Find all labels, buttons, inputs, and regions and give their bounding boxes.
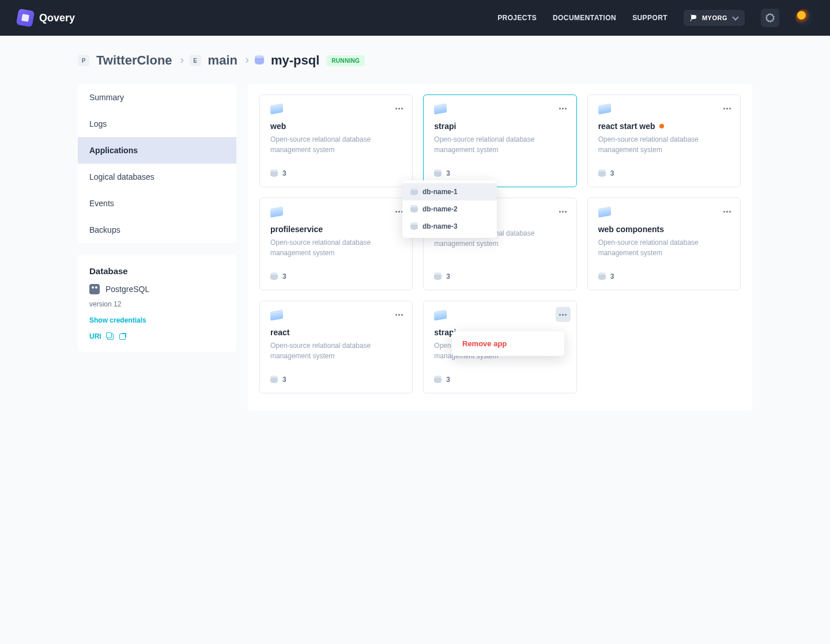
org-name: MYORG xyxy=(702,14,727,21)
chevron-right-icon xyxy=(178,58,183,63)
db-option-label: db-name-3 xyxy=(422,222,458,230)
header-nav: PROJECTS DOCUMENTATION SUPPORT MYORG xyxy=(497,9,813,27)
crumb-project[interactable]: TwitterClone xyxy=(96,53,172,68)
remove-app-action[interactable]: Remove app xyxy=(462,339,554,348)
more-icon xyxy=(559,314,567,316)
status-badge: RUNNING xyxy=(326,55,365,66)
status-dot xyxy=(659,124,664,128)
app-card[interactable]: react start web Open-source relational d… xyxy=(587,94,741,187)
env-badge: E xyxy=(190,55,201,66)
sidebar-item-applications[interactable]: Applications xyxy=(78,137,236,164)
crumb-db[interactable]: my-psql xyxy=(271,53,319,68)
db-count: 3 xyxy=(446,169,450,177)
copy-icon[interactable] xyxy=(107,334,114,340)
sidebar-item-logs[interactable]: Logs xyxy=(78,111,236,137)
uri-label: URI xyxy=(89,332,101,340)
app-name: profileservice xyxy=(270,225,323,234)
db-count: 3 xyxy=(282,376,286,384)
db-option[interactable]: db-name-1 xyxy=(402,183,497,200)
app-card[interactable]: react Open-source relational database ma… xyxy=(259,301,413,393)
flag-icon xyxy=(691,14,696,21)
card-more-button[interactable] xyxy=(556,204,571,219)
app-desc: Open-source relational database manageme… xyxy=(270,340,402,361)
app-icon xyxy=(598,206,611,218)
app-desc: Open-source relational database manageme… xyxy=(434,134,565,155)
more-icon xyxy=(395,211,403,213)
app-name: react start web xyxy=(598,122,655,131)
app-card[interactable]: profileservice Open-source relational da… xyxy=(259,198,413,290)
database-icon xyxy=(255,56,264,65)
more-icon xyxy=(559,108,567,109)
app-card[interactable]: strapi Open-source relational database m… xyxy=(423,94,576,187)
chevron-down-icon xyxy=(732,14,738,20)
user-avatar[interactable] xyxy=(795,9,813,26)
db-count-icon xyxy=(270,377,278,383)
sidebar-item-summary[interactable]: Summary xyxy=(78,84,236,111)
top-header: Qovery PROJECTS DOCUMENTATION SUPPORT MY… xyxy=(0,0,830,36)
app-icon xyxy=(598,103,611,115)
db-count: 3 xyxy=(446,376,450,384)
crumb-env[interactable]: main xyxy=(208,53,237,68)
card-more-button[interactable] xyxy=(391,101,406,116)
database-panel: Database PostgreSQL version 12 Show cred… xyxy=(78,255,236,352)
db-count-icon xyxy=(270,171,278,177)
card-more-button[interactable] xyxy=(556,307,571,322)
nav-projects[interactable]: PROJECTS xyxy=(497,14,537,22)
postgresql-icon xyxy=(89,284,100,294)
db-option-label: db-name-1 xyxy=(422,188,458,196)
org-selector[interactable]: MYORG xyxy=(684,10,745,26)
card-context-menu: Remove app xyxy=(452,331,564,356)
app-icon xyxy=(270,103,284,115)
db-count: 3 xyxy=(610,272,614,281)
db-option[interactable]: db-name-3 xyxy=(402,218,497,235)
settings-button[interactable] xyxy=(761,9,779,27)
app-desc: Open-source relational database manageme… xyxy=(598,134,730,155)
db-count-icon xyxy=(598,274,606,280)
sidebar-item-events[interactable]: Events xyxy=(78,190,236,217)
nav-support[interactable]: SUPPORT xyxy=(632,14,667,22)
app-name: react xyxy=(270,328,289,337)
sidebar-menu: Summary Logs Applications Logical databa… xyxy=(78,84,236,243)
project-badge: P xyxy=(78,55,89,66)
app-card[interactable]: web Open-source relational database mana… xyxy=(259,94,413,187)
logo[interactable]: Qovery xyxy=(17,10,75,26)
app-desc: Open-source relational database manageme… xyxy=(270,134,402,155)
db-count: 3 xyxy=(282,169,286,177)
more-icon xyxy=(395,314,403,316)
database-icon xyxy=(410,223,418,230)
app-name: strapi xyxy=(434,122,456,131)
card-more-button[interactable] xyxy=(391,307,406,322)
card-more-button[interactable] xyxy=(719,204,734,219)
db-count: 3 xyxy=(282,272,286,281)
db-option[interactable]: db-name-2 xyxy=(402,200,497,218)
db-count: 3 xyxy=(610,169,614,177)
show-credentials-link[interactable]: Show credentials xyxy=(89,316,225,324)
breadcrumb: P TwitterClone E main my-psql RUNNING xyxy=(78,53,752,68)
app-name: web components xyxy=(598,225,664,234)
app-icon xyxy=(434,103,447,115)
more-icon xyxy=(395,108,403,109)
db-panel-heading: Database xyxy=(89,266,225,276)
external-link-icon[interactable] xyxy=(119,334,126,340)
database-icon xyxy=(410,206,418,213)
more-icon xyxy=(723,108,731,109)
app-card[interactable]: web components Open-source relational da… xyxy=(587,198,741,290)
db-names-popover: db-name-1 db-name-2 db-name-3 xyxy=(402,180,497,238)
db-count-icon xyxy=(434,377,442,383)
brand-name: Qovery xyxy=(39,12,75,24)
sidebar-item-backups[interactable]: Backups xyxy=(78,217,236,243)
db-count-icon xyxy=(598,171,606,177)
db-count-icon xyxy=(434,171,442,177)
app-icon xyxy=(434,309,447,321)
card-more-button[interactable] xyxy=(556,101,571,116)
nav-documentation[interactable]: DOCUMENTATION xyxy=(553,14,616,22)
db-count-icon xyxy=(270,274,278,280)
app-icon xyxy=(270,309,284,321)
sidebar-item-logical-databases[interactable]: Logical databases xyxy=(78,164,236,190)
db-version: version 12 xyxy=(89,300,225,308)
db-count-icon xyxy=(434,274,442,280)
db-engine: PostgreSQL xyxy=(105,285,149,294)
db-count: 3 xyxy=(446,272,450,281)
card-more-button[interactable] xyxy=(719,101,734,116)
db-option-label: db-name-2 xyxy=(422,205,458,213)
